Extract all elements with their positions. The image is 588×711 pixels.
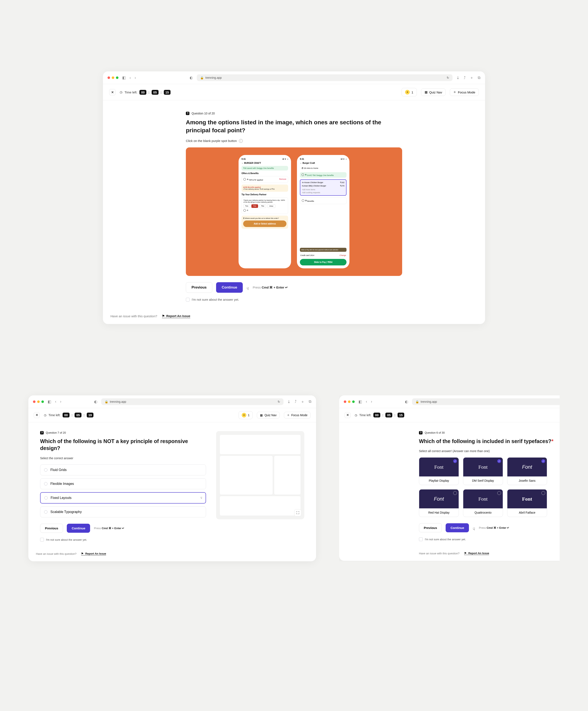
focus-mode-button[interactable]: ✧Focus Mode [284, 412, 311, 418]
question-type-badge: ? [419, 431, 422, 434]
share-icon[interactable]: ⤴ [464, 75, 465, 80]
focus-mode-button[interactable]: ✧ Focus Mode [450, 88, 479, 96]
lock-icon: 🔒 [105, 400, 108, 403]
choice-option[interactable]: Fluid Grids [40, 465, 206, 475]
quiz-nav-button[interactable]: ▦Quiz Nav [257, 412, 280, 418]
time-left-label: Time left: [125, 90, 137, 94]
shield-icon[interactable]: ◐ [405, 400, 408, 404]
continue-button[interactable]: Continue [216, 282, 243, 293]
traffic-max-icon[interactable] [41, 401, 44, 403]
traffic-close-icon[interactable] [33, 401, 36, 403]
nav-forward-icon[interactable]: › [60, 400, 61, 404]
question-type-badge: ? [186, 112, 190, 115]
traffic-min-icon[interactable] [37, 401, 40, 403]
font-card[interactable]: Font Red Hat Display [419, 489, 459, 517]
url-bar[interactable]: 🔒 trenning.app ↻ [412, 398, 560, 405]
unsure-checkbox[interactable] [186, 298, 190, 302]
grid-icon: ▦ [260, 413, 263, 417]
flag-icon: ⚑ [464, 552, 466, 555]
nav-back-icon[interactable]: ‹ [130, 76, 131, 80]
report-issue-link[interactable]: ⚑ Report An Issue [162, 314, 190, 318]
font-label: Playfair Display [419, 476, 459, 485]
sidebar-toggle-icon[interactable]: ◧ [358, 400, 362, 404]
nav-back-icon[interactable]: ‹ [55, 400, 56, 404]
quiz-nav-button[interactable]: ▦ Quiz Nav [421, 88, 446, 96]
clock-icon: ◷ [44, 413, 46, 417]
font-card[interactable]: ✓ Font Playfair Display [419, 457, 459, 485]
traffic-close-icon[interactable] [344, 401, 346, 403]
time-left: ◷ Time left: 00: 05: 19 [44, 413, 93, 417]
question-type-badge: ? [40, 431, 44, 434]
keyboard-hint: Press Cmd ⌘ + Enter ↵ [479, 526, 509, 530]
close-quiz-button[interactable]: ✕ [345, 412, 350, 418]
unsure-checkbox[interactable] [40, 538, 44, 541]
radio-icon [44, 482, 47, 486]
traffic-min-icon[interactable] [112, 77, 114, 79]
report-issue-link[interactable]: ⚑Report An Issue [81, 552, 106, 555]
expand-image-button[interactable]: ⛶ [294, 509, 301, 516]
nav-forward-icon[interactable]: › [371, 400, 372, 404]
continue-button[interactable]: Continue [67, 524, 90, 533]
choice-option[interactable]: Flexible Images [40, 478, 206, 489]
tabs-icon[interactable]: ⧉ [309, 399, 311, 404]
time-seconds: 15 [164, 90, 171, 95]
hotspot-image[interactable]: 9:41•ıl ᯤ ▪ ← BURGER CRAFT ₹90 saved wit… [186, 147, 402, 276]
tabs-icon[interactable]: ⧉ [478, 75, 480, 80]
unsure-label: I'm not sure about the answer yet. [192, 298, 239, 301]
url-bar[interactable]: 🔒 trenning.app ↻ [101, 398, 283, 405]
choice-label: Fluid Grids [50, 468, 67, 472]
info-icon[interactable]: i [239, 139, 243, 143]
browser-chrome: ◧ ‹ › ◐ 🔒 trenning.app ↻ ⤓ ⤴ ＋ ⧉ [339, 395, 560, 408]
download-icon[interactable]: ⤓ [456, 75, 459, 80]
choice-option[interactable]: Fixed Layouts ☟ [40, 492, 206, 503]
choice-label: Fixed Layouts [51, 496, 72, 500]
font-card[interactable]: Font Quattrocento [463, 489, 503, 517]
download-icon[interactable]: ⤓ [287, 399, 290, 404]
question-progress: Question 6 of 30 [424, 431, 444, 434]
reference-image: ⛶ [216, 431, 304, 519]
question-helper: Click on the blank purple spot button [186, 139, 237, 143]
coin-pill[interactable]: ✦1 [239, 411, 253, 419]
previous-button[interactable]: Previous [40, 524, 63, 533]
coin-pill[interactable]: ✦ 1 [401, 88, 417, 96]
clock-icon: ◷ [120, 90, 123, 94]
traffic-max-icon[interactable] [116, 77, 118, 79]
choice-option[interactable]: Scalable Typography [40, 507, 206, 517]
close-quiz-button[interactable]: ✕ [34, 412, 40, 418]
sidebar-toggle-icon[interactable]: ◧ [122, 76, 126, 80]
cursor-icon: ☟ [246, 286, 249, 291]
choice-label: Flexible Images [50, 482, 74, 486]
font-card[interactable]: ✓ Font Josefin Sans [507, 457, 547, 485]
share-icon[interactable]: ⤴ [295, 399, 297, 404]
previous-button[interactable]: Previous [186, 282, 212, 293]
font-card[interactable]: ✓ Font DM Serif Display [463, 457, 503, 485]
sidebar-toggle-icon[interactable]: ◧ [48, 400, 51, 404]
browser-chrome: ◧ ‹ › ◐ 🔒 trenning.app ↻ ⤓ ⤴ ＋ ⧉ [103, 71, 485, 84]
close-quiz-button[interactable]: ✕ [109, 89, 115, 95]
new-tab-icon[interactable]: ＋ [470, 75, 474, 80]
report-issue-link[interactable]: ⚑Report An Issue [464, 552, 489, 555]
unsure-checkbox[interactable] [419, 537, 423, 541]
shield-icon[interactable]: ◐ [190, 76, 193, 80]
nav-back-icon[interactable]: ‹ [366, 400, 367, 404]
reload-icon[interactable]: ↻ [278, 400, 280, 403]
continue-button[interactable]: Continue [445, 523, 469, 532]
mock-phone-right: 9:41•ıl ᯤ ▪ ← Burger Craft ⏱ 26 mins to … [297, 155, 349, 268]
coin-count: 1 [411, 90, 413, 94]
lock-icon: 🔒 [200, 76, 204, 79]
reload-icon[interactable]: ↻ [447, 76, 449, 79]
traffic-min-icon[interactable] [348, 401, 350, 403]
shield-icon[interactable]: ◐ [94, 400, 97, 404]
question-progress: Question 7 of 20 [46, 431, 66, 434]
font-card[interactable]: Font Abril Fatface [507, 489, 547, 517]
new-tab-icon[interactable]: ＋ [301, 399, 305, 404]
previous-button[interactable]: Previous [419, 523, 442, 532]
url-bar[interactable]: 🔒 trenning.app ↻ [197, 74, 453, 81]
nav-forward-icon[interactable]: › [135, 76, 136, 80]
grid-icon: ▦ [424, 90, 428, 94]
unsure-label: I'm not sure about the answer yet. [425, 538, 466, 541]
coin-icon: ✦ [242, 413, 246, 417]
traffic-close-icon[interactable] [108, 77, 110, 79]
flag-icon: ⚑ [162, 314, 165, 318]
traffic-max-icon[interactable] [352, 401, 355, 403]
